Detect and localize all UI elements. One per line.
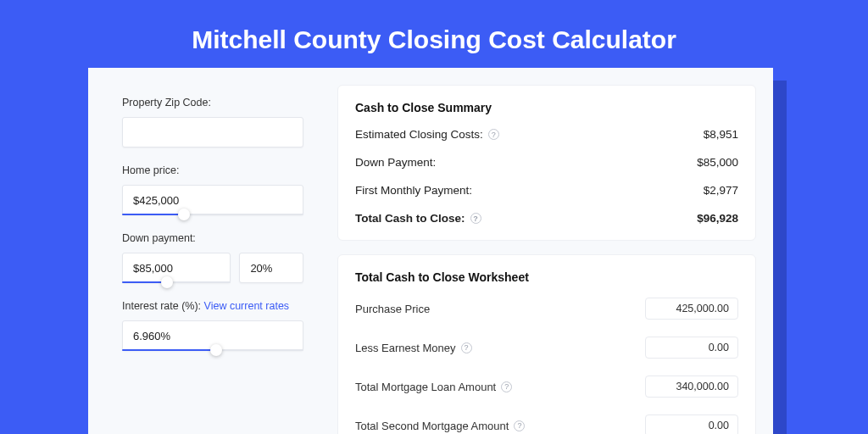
worksheet-row: Total Second Mortgage Amount?0.00 <box>355 415 738 434</box>
summary-row-value: $8,951 <box>704 128 738 141</box>
worksheet-row-value[interactable]: 0.00 <box>645 415 738 434</box>
worksheet-row-value[interactable]: 340,000.00 <box>645 376 738 398</box>
help-icon[interactable]: ? <box>501 381 512 392</box>
results-column: Cash to Close Summary Estimated Closing … <box>326 68 773 434</box>
interest-rate-label: Interest rate (%): View current rates <box>122 300 303 312</box>
worksheet-row-label: Purchase Price <box>355 303 430 315</box>
summary-row: Total Cash to Close:?$96,928 <box>355 212 738 225</box>
zip-input[interactable] <box>122 117 303 147</box>
summary-row-label: Down Payment: <box>355 156 436 169</box>
field-down-payment: Down payment: <box>122 232 303 283</box>
worksheet-row-value[interactable]: 425,000.00 <box>645 298 738 320</box>
view-rates-link[interactable]: View current rates <box>204 300 290 312</box>
summary-row-label: First Monthly Payment: <box>355 184 472 197</box>
summary-row: Estimated Closing Costs:?$8,951 <box>355 128 738 141</box>
summary-row-value: $96,928 <box>697 212 738 225</box>
summary-row-value: $2,977 <box>704 184 738 197</box>
summary-title: Cash to Close Summary <box>355 101 738 114</box>
help-icon[interactable]: ? <box>470 213 481 224</box>
worksheet-row: Less Earnest Money?0.00 <box>355 337 738 359</box>
help-icon[interactable]: ? <box>514 420 525 431</box>
summary-row-label: Estimated Closing Costs:? <box>355 128 499 141</box>
zip-label: Property Zip Code: <box>122 97 303 108</box>
help-icon[interactable]: ? <box>461 342 472 353</box>
summary-row: Down Payment:$85,000 <box>355 156 738 169</box>
worksheet-card: Total Cash to Close Worksheet Purchase P… <box>337 254 756 434</box>
calculator-panel: Property Zip Code: Home price: Down paym… <box>88 68 773 434</box>
worksheet-row-label: Total Second Mortgage Amount? <box>355 420 525 432</box>
page-title: Mitchell County Closing Cost Calculator <box>0 0 868 54</box>
down-payment-pct-input[interactable] <box>239 253 303 283</box>
inputs-column: Property Zip Code: Home price: Down paym… <box>88 68 326 434</box>
worksheet-row-label: Total Mortgage Loan Amount? <box>355 381 512 393</box>
worksheet-row: Purchase Price425,000.00 <box>355 298 738 320</box>
field-zip: Property Zip Code: <box>122 97 303 147</box>
help-icon[interactable]: ? <box>488 129 499 140</box>
down-payment-input[interactable] <box>122 253 231 283</box>
down-payment-label: Down payment: <box>122 232 303 244</box>
worksheet-row-value[interactable]: 0.00 <box>645 337 738 359</box>
summary-card: Cash to Close Summary Estimated Closing … <box>337 85 756 241</box>
worksheet-row: Total Mortgage Loan Amount?340,000.00 <box>355 376 738 398</box>
summary-row-label: Total Cash to Close:? <box>355 212 481 225</box>
summary-row-value: $85,000 <box>697 156 738 169</box>
summary-row: First Monthly Payment:$2,977 <box>355 184 738 197</box>
worksheet-title: Total Cash to Close Worksheet <box>355 270 738 284</box>
home-price-input[interactable] <box>122 185 303 215</box>
worksheet-row-label: Less Earnest Money? <box>355 342 472 354</box>
field-interest-rate: Interest rate (%): View current rates <box>122 300 303 351</box>
field-home-price: Home price: <box>122 164 303 215</box>
home-price-label: Home price: <box>122 164 303 176</box>
interest-rate-label-text: Interest rate (%): <box>122 300 201 312</box>
